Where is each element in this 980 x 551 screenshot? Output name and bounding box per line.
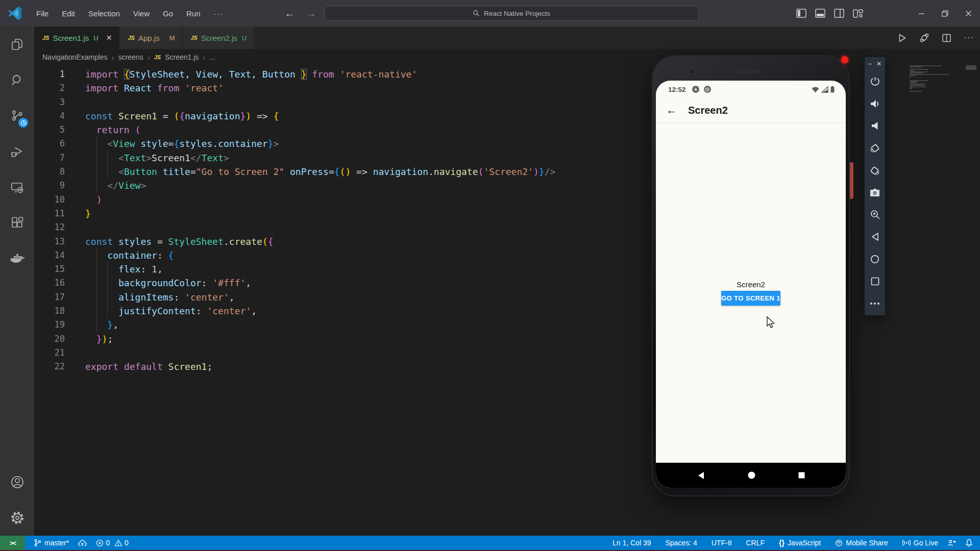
breadcrumb-more[interactable]: ... bbox=[209, 53, 215, 61]
android-home-icon[interactable] bbox=[748, 471, 755, 479]
emulator-overview-icon[interactable] bbox=[865, 270, 885, 293]
menu-file[interactable]: File bbox=[30, 6, 55, 21]
app-back-arrow-icon[interactable]: ← bbox=[666, 104, 677, 116]
line-number: 18 bbox=[34, 304, 85, 318]
line-number: 21 bbox=[34, 346, 85, 360]
emulator-home-icon[interactable] bbox=[865, 248, 885, 270]
accounts-icon[interactable] bbox=[0, 464, 34, 500]
warnings-icon bbox=[114, 539, 122, 546]
source-control-icon[interactable] bbox=[0, 98, 34, 134]
sync-changes-button[interactable] bbox=[74, 536, 91, 550]
android-back-icon[interactable] bbox=[697, 471, 705, 480]
broadcast-icon bbox=[902, 539, 911, 546]
indentation-status[interactable]: Spaces: 4 bbox=[660, 536, 701, 550]
toggle-secondary-sidebar-icon[interactable] bbox=[834, 8, 845, 19]
notification-spiral-icon bbox=[704, 86, 711, 93]
android-nav-bar bbox=[656, 463, 846, 488]
tab-screen2js[interactable]: JS Screen2.js U bbox=[182, 27, 254, 49]
js-file-icon: JS bbox=[190, 35, 197, 41]
run-file-icon[interactable] bbox=[897, 33, 907, 43]
window-minimize-button[interactable] bbox=[910, 0, 933, 27]
line-number: 10 bbox=[34, 193, 85, 207]
warnings-count: 0 bbox=[125, 539, 129, 547]
wifi-icon bbox=[812, 86, 819, 93]
source-control-badge-clock-icon bbox=[18, 118, 28, 128]
android-overview-icon[interactable] bbox=[798, 472, 805, 479]
menu-run[interactable]: Run bbox=[180, 6, 207, 21]
window-close-button[interactable] bbox=[957, 0, 980, 27]
search-icon bbox=[473, 10, 480, 17]
problems-status[interactable]: 0 0 bbox=[91, 536, 133, 550]
emulator-zoom-icon[interactable] bbox=[865, 204, 885, 226]
emulator-screenshot-icon[interactable] bbox=[865, 182, 885, 204]
settings-gear-icon[interactable] bbox=[0, 500, 34, 536]
minimap[interactable] bbox=[910, 65, 976, 536]
cursor-position-status[interactable]: Ln 1, Col 39 bbox=[608, 536, 656, 550]
git-branch-status[interactable]: master* bbox=[29, 536, 74, 550]
navigate-forward-icon[interactable]: → bbox=[306, 8, 316, 19]
docker-icon[interactable] bbox=[0, 241, 34, 277]
emulator-rotate-left-icon[interactable] bbox=[865, 137, 885, 160]
phone-camera bbox=[688, 68, 696, 76]
command-center-search[interactable]: React Native Projects bbox=[324, 6, 699, 21]
menu-go[interactable]: Go bbox=[156, 6, 180, 21]
menu-selection[interactable]: Selection bbox=[82, 6, 127, 21]
search-title: React Native Projects bbox=[484, 10, 550, 17]
emulator-rotate-right-icon[interactable] bbox=[865, 159, 885, 182]
breadcrumb-item[interactable]: NavigationExamples bbox=[42, 53, 108, 61]
language-mode-status[interactable]: {} JavaScript bbox=[774, 536, 825, 550]
tab-label: Screen2.js bbox=[201, 34, 237, 42]
git-status-badge: M bbox=[169, 34, 175, 42]
minimap-slider[interactable] bbox=[966, 65, 976, 70]
extensions-icon[interactable] bbox=[0, 205, 34, 241]
go-to-screen1-button[interactable]: GO TO SCREEN 1 bbox=[721, 291, 780, 306]
run-and-debug-icon[interactable] bbox=[0, 134, 34, 169]
emulator-back-icon[interactable] bbox=[865, 226, 885, 248]
customize-layout-icon[interactable] bbox=[852, 8, 864, 19]
line-number: 2 bbox=[34, 81, 85, 95]
window-restore-button[interactable] bbox=[933, 0, 957, 27]
menu-edit[interactable]: Edit bbox=[55, 6, 82, 21]
breadcrumb-item[interactable]: Screen1.js bbox=[165, 53, 199, 61]
remote-indicator[interactable]: >< bbox=[0, 536, 25, 550]
notifications-bell-icon[interactable] bbox=[961, 536, 980, 550]
encoding-status[interactable]: UTF-8 bbox=[707, 536, 737, 550]
go-live-status[interactable]: Go Live bbox=[898, 536, 943, 550]
breadcrumb-item[interactable]: screens bbox=[118, 53, 143, 61]
remote-explorer-icon[interactable] bbox=[0, 169, 34, 205]
tab-screen1js[interactable]: JS Screen1.js U ✕ bbox=[34, 27, 119, 49]
editor-more-actions-icon[interactable]: ··· bbox=[964, 33, 974, 43]
mobile-share-status[interactable]: Mobile Share bbox=[830, 536, 893, 550]
navigate-back-icon[interactable]: ← bbox=[285, 8, 295, 19]
open-changes-icon[interactable] bbox=[919, 33, 929, 43]
gutter: 12345678910111213141516171819202122 bbox=[34, 67, 85, 374]
emulator-power-icon[interactable] bbox=[865, 70, 885, 93]
notification-a-icon bbox=[692, 86, 699, 93]
emulator-volume-up-icon[interactable] bbox=[865, 93, 885, 115]
emulator-close-icon[interactable]: ✕ bbox=[876, 60, 881, 67]
emulator-more-icon[interactable] bbox=[865, 292, 885, 315]
errors-count: 0 bbox=[106, 539, 110, 547]
search-panel-icon[interactable] bbox=[0, 62, 34, 98]
breadcrumb-separator: › bbox=[203, 53, 205, 62]
split-editor-icon[interactable] bbox=[942, 33, 951, 43]
explorer-icon[interactable] bbox=[0, 27, 34, 62]
phone-screen[interactable]: 12:52 bbox=[656, 81, 846, 488]
tab-close-icon[interactable]: ✕ bbox=[106, 34, 112, 42]
tab-strip: JS Screen1.js U ✕ JS App.js M JS Screen2… bbox=[34, 27, 980, 49]
battery-icon bbox=[830, 86, 835, 93]
eol-status[interactable]: CRLF bbox=[741, 536, 769, 550]
git-status-badge: U bbox=[242, 34, 247, 42]
git-status-badge: U bbox=[93, 34, 98, 42]
git-branch-icon bbox=[34, 539, 41, 547]
menu-view[interactable]: View bbox=[127, 6, 156, 21]
toggle-panel-icon[interactable] bbox=[815, 8, 826, 19]
emulator-volume-down-icon[interactable] bbox=[865, 115, 885, 137]
toggle-sidebar-icon[interactable] bbox=[796, 8, 807, 19]
emulator-minimize-icon[interactable]: – bbox=[868, 60, 872, 67]
menu-more-icon[interactable]: ··· bbox=[207, 6, 230, 21]
tab-appjs[interactable]: JS App.js M bbox=[119, 27, 182, 49]
branch-name: master* bbox=[44, 539, 69, 547]
vscode-window: File Edit Selection View Go Run ··· ← → … bbox=[0, 0, 980, 551]
feedback-icon[interactable] bbox=[943, 536, 961, 550]
